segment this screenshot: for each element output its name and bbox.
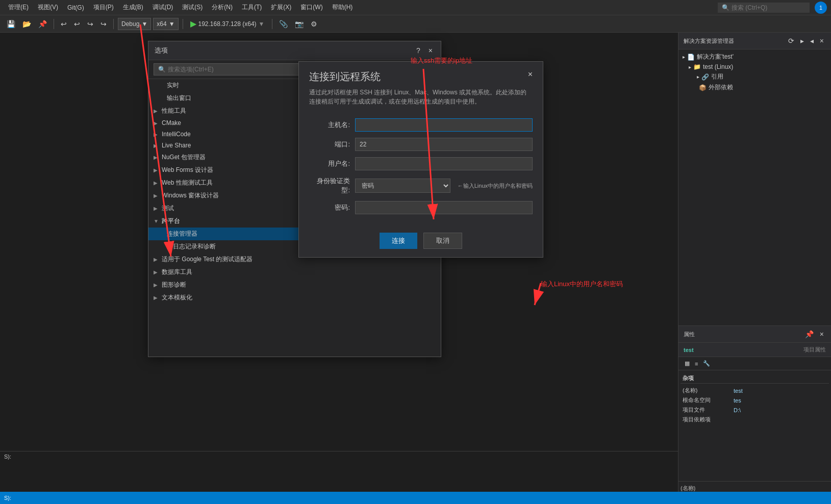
save-btn[interactable]: 💾 <box>4 18 18 30</box>
sync-btn[interactable]: ⟳ <box>786 36 796 46</box>
close-right-btn[interactable]: × <box>818 36 826 46</box>
options-tree-item[interactable]: ▶文本模板化 <box>148 291 441 304</box>
options-help-btn[interactable]: ? <box>414 45 422 56</box>
tree-option-label: 性能工具 <box>162 107 186 115</box>
options-tree-item[interactable]: ▶图形诊断 <box>148 279 441 291</box>
ssh-form: 主机名: 端口: 用户名: 身份验证类型: 密码 ←输入Linux中的用户名和密… <box>299 114 543 224</box>
tree-solution[interactable]: ▸ 📄 解决方案'test' <box>678 52 831 62</box>
camera-btn[interactable]: 📷 <box>292 18 306 30</box>
separator3 <box>183 19 183 29</box>
ssh-authtype-label: 身份验证类型: <box>309 177 350 195</box>
properties-content: 杂项 (名称) test 根命名空间 tes 项目文件 D:\ 项目依赖项 <box>678 370 831 481</box>
redo-btn[interactable]: ↪ <box>85 18 96 30</box>
ssh-username-label: 用户名: <box>309 159 350 168</box>
user-avatar[interactable]: 1 <box>815 2 827 14</box>
properties-title: 属性 📌 × <box>678 326 831 343</box>
menu-build[interactable]: 生成(B) <box>119 1 147 14</box>
ssh-username-field: 用户名: <box>309 157 533 170</box>
expand-icon: ▶ <box>154 193 160 198</box>
menu-extensions[interactable]: 扩展(X) <box>267 1 295 14</box>
ssh-hostname-label: 主机名: <box>309 120 350 130</box>
separator2 <box>113 19 114 29</box>
menu-tools[interactable]: 工具(T) <box>238 1 266 14</box>
settings-btn[interactable]: ⚙ <box>308 18 320 30</box>
misc-section: 杂项 <box>681 372 829 384</box>
ssh-password-label: 密码: <box>309 203 350 212</box>
menu-file[interactable]: 管理(E) <box>4 1 33 14</box>
options-close-btn[interactable]: × <box>426 45 435 56</box>
ssh-title: 连接到远程系统 <box>309 70 381 84</box>
prop-list-btn[interactable]: ≡ <box>693 359 700 368</box>
expand-icon: ▶ <box>154 143 160 148</box>
tree-option-label: Live Share <box>162 142 191 149</box>
menu-git[interactable]: Git(G) <box>63 2 88 13</box>
tree-external[interactable]: 📦 外部依赖 <box>678 82 831 93</box>
expand-btn[interactable]: ▸ <box>798 36 806 46</box>
open-btn[interactable]: 📂 <box>20 18 34 30</box>
ssh-hostname-input[interactable] <box>355 118 533 132</box>
auth-annotation: ←输入Linux中的用户名和密码 <box>458 182 533 190</box>
global-search-box[interactable]: 🔍 <box>718 3 810 13</box>
ssh-connect-btn[interactable]: 连接 <box>380 233 417 249</box>
bottom-panel: S): <box>0 451 678 492</box>
menu-test[interactable]: 测试(S) <box>178 1 207 14</box>
prop-pin-btn[interactable]: 📌 <box>803 329 816 339</box>
menu-analyze[interactable]: 分析(N) <box>208 1 237 14</box>
prop-file-row: 项目文件 D:\ <box>681 405 829 415</box>
expand-icon: ▶ <box>154 108 160 114</box>
undo2-btn[interactable]: ↩ <box>71 18 83 30</box>
prop-name-row: (名称) test <box>681 386 829 395</box>
tree-option-label: NuGet 包管理器 <box>162 153 206 162</box>
solution-explorer-title: 解决方案资源管理器 ⟳ ▸ ◂ × <box>678 33 831 49</box>
prop-close-btn[interactable]: × <box>818 329 826 339</box>
expand-icon: ▶ <box>154 282 160 288</box>
menu-project[interactable]: 项目(P) <box>89 1 118 14</box>
expand-icon: ▶ <box>154 120 160 126</box>
platform-dropdown[interactable]: x64 ▼ <box>153 18 178 30</box>
run-button[interactable]: ▶ 192.168.37.128 (x64) ▼ <box>187 18 268 30</box>
ssh-port-input[interactable] <box>355 138 533 151</box>
prop-sort-btn[interactable]: 🔧 <box>701 359 712 368</box>
redo2-btn[interactable]: ↪ <box>98 18 109 30</box>
ssh-port-label: 端口: <box>309 140 350 149</box>
properties-panel: 属性 📌 × test 项目属性 ▦ ≡ 🔧 杂项 (名称) test <box>678 325 831 504</box>
undo-btn[interactable]: ↩ <box>58 18 69 30</box>
pin-btn[interactable]: 📌 <box>36 18 49 30</box>
right-panel: 解决方案资源管理器 ⟳ ▸ ◂ × ▸ 📄 解决方案'test' ▸ 📁 tes… <box>678 33 831 504</box>
menubar: 管理(E) 视图(V) Git(G) 项目(P) 生成(B) 调试(D) 测试(… <box>0 0 831 15</box>
menu-debug[interactable]: 调试(D) <box>148 1 178 14</box>
tree-references[interactable]: ▸ 🔗 引用 <box>678 71 831 82</box>
ssh-authtype-select[interactable]: 密码 <box>355 179 450 193</box>
ssh-username-input[interactable] <box>355 157 533 170</box>
menu-help[interactable]: 帮助(H) <box>328 1 357 14</box>
options-tree-item[interactable]: ▶数据库工具 <box>148 266 441 279</box>
ssh-password-input[interactable] <box>355 201 533 214</box>
attach-btn[interactable]: 📎 <box>276 18 290 30</box>
options-title: 选项 <box>155 46 168 55</box>
tree-option-label: 实时 <box>167 81 179 90</box>
ssh-close-btn[interactable]: × <box>528 70 533 79</box>
menu-window[interactable]: 窗口(W) <box>296 1 326 14</box>
tree-option-label: Web Forms 设计器 <box>162 166 213 174</box>
ssh-cancel-btn[interactable]: 取消 <box>423 233 462 249</box>
expand-icon: ▶ <box>154 257 160 262</box>
properties-toolbar: ▦ ≡ 🔧 <box>678 357 831 370</box>
dialog-controls: ? × <box>414 45 435 56</box>
tree-option-label: 测试 <box>162 204 174 213</box>
tree-option-label: 跨平台 <box>162 217 180 225</box>
tree-option-label: 适用于 Google Test 的测试适配器 <box>162 255 253 264</box>
global-search-input[interactable] <box>732 4 803 11</box>
toolbar: 💾 📂 📌 ↩ ↩ ↪ ↪ Debug ▼ x64 ▼ ▶ 192.168.37… <box>0 15 831 33</box>
ssh-password-field: 密码: <box>309 201 533 214</box>
collapse-btn[interactable]: ◂ <box>808 36 816 46</box>
menu-view[interactable]: 视图(V) <box>34 1 62 14</box>
tree-option-label: 文本模板化 <box>162 293 192 302</box>
prop-grid-btn[interactable]: ▦ <box>683 359 692 368</box>
tree-project[interactable]: ▸ 📁 test (Linux) <box>678 62 831 71</box>
config-dropdown[interactable]: Debug ▼ <box>118 18 151 30</box>
expand-icon: ▶ <box>154 167 160 173</box>
ssh-description: 通过此对话框使用 SSH 连接到 Linux、Mac、Windows 或其他系统… <box>299 88 543 114</box>
ssh-authtype-field: 身份验证类型: 密码 ←输入Linux中的用户名和密码 <box>309 177 533 195</box>
expand-icon: ▶ <box>154 155 160 160</box>
expand-icon: ▶ <box>154 132 160 137</box>
